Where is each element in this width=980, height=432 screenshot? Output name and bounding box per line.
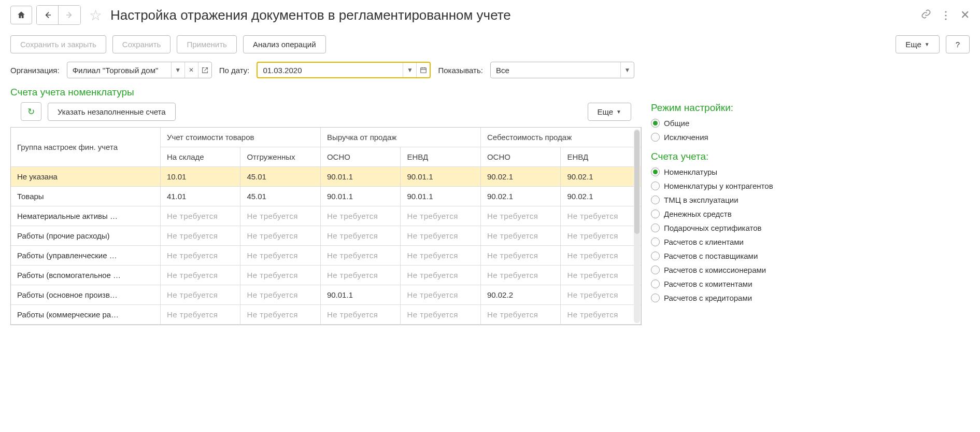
scrollbar-thumb[interactable] <box>634 130 640 234</box>
table-cell[interactable]: 90.02.1 <box>561 187 641 206</box>
table-cell[interactable]: Не требуется <box>561 226 641 246</box>
date-dropdown-icon[interactable]: ▼ <box>403 63 416 77</box>
favorite-star-icon[interactable]: ☆ <box>89 7 102 24</box>
table-cell[interactable]: Не требуется <box>160 266 240 285</box>
table-cell[interactable]: Не требуется <box>160 206 240 226</box>
accounts-option[interactable]: Расчетов с комиссионерами <box>651 266 970 274</box>
table-cell[interactable]: Не требуется <box>561 206 641 226</box>
table-cell[interactable]: 45.01 <box>240 167 321 187</box>
date-combo[interactable]: 01.03.2020 ▼ <box>257 62 431 78</box>
accounts-option[interactable]: Расчетов с комитентами <box>651 280 970 288</box>
table-cell[interactable]: Не требуется <box>561 285 641 305</box>
accounts-table[interactable]: Группа настроек фин. учета Учет стоимост… <box>11 128 641 325</box>
org-clear-icon[interactable]: ✕ <box>184 62 198 78</box>
table-cell[interactable]: Не требуется <box>240 266 321 285</box>
table-row[interactable]: Работы (управленческие …Не требуетсяНе т… <box>11 246 641 266</box>
save-button[interactable]: Сохранить <box>112 35 171 53</box>
table-cell[interactable]: Не требуется <box>160 226 240 246</box>
table-cell[interactable]: Не требуется <box>401 246 481 266</box>
apply-button[interactable]: Применить <box>177 35 237 53</box>
table-cell[interactable]: Не требуется <box>480 206 561 226</box>
table-cell[interactable]: 90.02.1 <box>561 167 641 187</box>
th-cost-1[interactable]: Отгруженных <box>240 147 321 167</box>
table-row[interactable]: Работы (прочие расходы)Не требуетсяНе тр… <box>11 226 641 246</box>
table-cell[interactable]: 90.02.1 <box>480 167 561 187</box>
th-revenue[interactable]: Выручка от продаж <box>320 128 480 147</box>
table-row[interactable]: Не указана10.0145.0190.01.190.01.190.02.… <box>11 167 641 187</box>
table-cell[interactable]: Не требуется <box>320 226 401 246</box>
show-dropdown-icon[interactable]: ▼ <box>620 62 634 78</box>
table-row[interactable]: Работы (коммерческие ра…Не требуетсяНе т… <box>11 305 641 325</box>
save-close-button[interactable]: Сохранить и закрыть <box>10 35 106 53</box>
th-cogs-0[interactable]: ОСНО <box>480 147 561 167</box>
table-cell[interactable]: Не требуется <box>240 226 321 246</box>
table-cell[interactable]: 90.01.1 <box>320 285 401 305</box>
table-cell[interactable]: 90.02.2 <box>480 285 561 305</box>
table-scrollbar[interactable] <box>634 129 640 323</box>
accounts-option[interactable]: Расчетов с поставщиками <box>651 252 970 260</box>
kebab-menu-icon[interactable]: ⋮ <box>941 9 951 21</box>
table-cell[interactable]: Не требуется <box>480 266 561 285</box>
table-cell[interactable]: Работы (вспомогательное … <box>11 266 160 285</box>
table-cell[interactable]: Не требуется <box>401 305 481 325</box>
th-rev-1[interactable]: ЕНВД <box>401 147 481 167</box>
table-cell[interactable]: Не требуется <box>240 285 321 305</box>
th-cost-0[interactable]: На складе <box>160 147 240 167</box>
table-cell[interactable]: Не требуется <box>160 305 240 325</box>
table-cell[interactable]: Работы (коммерческие ра… <box>11 305 160 325</box>
th-rev-0[interactable]: ОСНО <box>320 147 401 167</box>
forward-button[interactable] <box>59 6 80 24</box>
table-cell[interactable]: Не требуется <box>561 305 641 325</box>
table-cell[interactable]: Товары <box>11 187 160 206</box>
table-cell[interactable]: Не требуется <box>240 206 321 226</box>
table-row[interactable]: Нематериальные активы …Не требуетсяНе тр… <box>11 206 641 226</box>
link-icon[interactable] <box>921 9 931 22</box>
more-button[interactable]: Еще ▼ <box>896 35 939 53</box>
accounts-option[interactable]: Расчетов с клиентами <box>651 238 970 246</box>
accounts-option[interactable]: Подарочных сертификатов <box>651 224 970 232</box>
accounts-option[interactable]: Расчетов с кредиторами <box>651 294 970 302</box>
table-cell[interactable]: Не требуется <box>480 305 561 325</box>
table-cell[interactable]: Не требуется <box>401 226 481 246</box>
calendar-icon[interactable] <box>416 63 430 77</box>
table-cell[interactable]: Не требуется <box>561 246 641 266</box>
table-cell[interactable]: Работы (прочие расходы) <box>11 226 160 246</box>
table-cell[interactable]: Не требуется <box>561 266 641 285</box>
th-cogs[interactable]: Себестоимость продаж <box>480 128 641 147</box>
table-cell[interactable]: Не требуется <box>320 305 401 325</box>
table-cell[interactable]: Нематериальные активы … <box>11 206 160 226</box>
table-cell[interactable]: 45.01 <box>240 187 321 206</box>
table-cell[interactable]: 90.01.1 <box>401 187 481 206</box>
table-cell[interactable]: 90.01.1 <box>401 167 481 187</box>
table-cell[interactable]: Не требуется <box>401 266 481 285</box>
th-cogs-1[interactable]: ЕНВД <box>561 147 641 167</box>
org-combo[interactable]: Филиал "Торговый дом" ▼ ✕ <box>67 62 212 78</box>
table-row[interactable]: Работы (вспомогательное …Не требуетсяНе … <box>11 266 641 285</box>
table-row[interactable]: Работы (основное произв…Не требуетсяНе т… <box>11 285 641 305</box>
accounts-option[interactable]: Номенклатуры <box>651 168 970 176</box>
org-open-icon[interactable] <box>198 62 211 78</box>
th-group[interactable]: Группа настроек фин. учета <box>11 128 160 167</box>
table-cell[interactable]: Не требуется <box>480 226 561 246</box>
table-cell[interactable]: Не требуется <box>401 285 481 305</box>
table-cell[interactable]: Не требуется <box>160 285 240 305</box>
table-cell[interactable]: Не требуется <box>480 246 561 266</box>
table-cell[interactable]: 90.01.1 <box>320 167 401 187</box>
org-dropdown-icon[interactable]: ▼ <box>171 62 184 78</box>
table-cell[interactable]: Работы (управленческие … <box>11 246 160 266</box>
accounts-option[interactable]: Номенклатуры у контрагентов <box>651 182 970 190</box>
home-button[interactable] <box>10 6 32 24</box>
accounts-option[interactable]: Денежных средств <box>651 210 970 218</box>
table-cell[interactable]: Не требуется <box>320 266 401 285</box>
table-cell[interactable]: Не указана <box>11 167 160 187</box>
table-cell[interactable]: 10.01 <box>160 167 240 187</box>
show-combo[interactable]: Все ▼ <box>490 62 634 78</box>
table-more-button[interactable]: Еще ▼ <box>588 103 631 121</box>
table-cell[interactable]: 90.02.1 <box>480 187 561 206</box>
th-cost[interactable]: Учет стоимости товаров <box>160 128 320 147</box>
mode-option[interactable]: Общие <box>651 119 970 128</box>
help-button[interactable]: ? <box>946 35 970 53</box>
fill-empty-button[interactable]: Указать незаполненные счета <box>48 103 176 121</box>
table-cell[interactable]: Не требуется <box>320 206 401 226</box>
table-cell[interactable]: Не требуется <box>240 246 321 266</box>
